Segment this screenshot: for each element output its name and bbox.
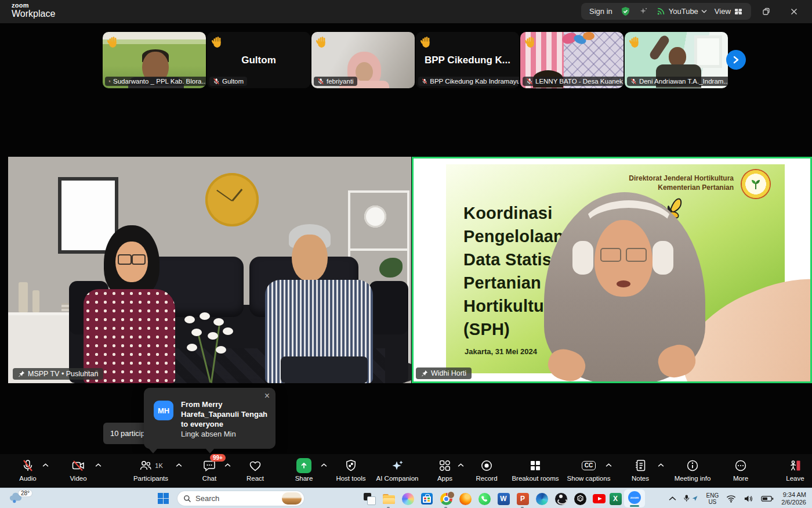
whatsapp-button[interactable] [477, 491, 492, 506]
copilot-button[interactable] [400, 491, 415, 506]
notes-button[interactable]: Notes [616, 458, 665, 482]
participant-nametag: Sudarwanto _ PPL Kab. Blora... [105, 77, 206, 86]
live-stream-item[interactable]: YouTube [656, 6, 707, 16]
show-captions-button[interactable]: CC Show captions [557, 458, 621, 482]
chrome-icon [440, 493, 452, 505]
restore-icon [762, 8, 770, 16]
chat-popup-message: Lingk absen Min [181, 430, 236, 438]
sign-in-button[interactable]: Sign in [589, 7, 612, 16]
logo-workplace-text: Workplace [12, 9, 55, 19]
chatgpt-icon [574, 493, 586, 505]
leave-button[interactable]: Leave [771, 458, 812, 482]
language-switcher[interactable]: ENG US [706, 492, 719, 505]
video-thumbnail-febriyanti[interactable]: febriyanti [311, 32, 415, 88]
zoom-workplace-logo: zoom Workplace [12, 2, 55, 19]
raised-hand-icon [629, 35, 643, 51]
audio-options-chevron[interactable] [42, 463, 49, 467]
ai-companion-sparkle-icon [390, 459, 404, 473]
file-explorer-icon [383, 494, 395, 504]
titlebar: zoom Workplace Sign in [0, 0, 812, 23]
video-button[interactable]: Video [54, 458, 103, 482]
info-icon [686, 459, 699, 473]
participant-nametag: Deni Andriawan T.A._Indram... [627, 77, 728, 86]
youtube-button[interactable] [592, 491, 607, 506]
participants-button[interactable]: 1K Participants [126, 458, 175, 482]
share-options-chevron[interactable] [321, 463, 327, 467]
close-button[interactable] [784, 3, 804, 20]
camera-off-icon [71, 459, 85, 473]
host-tools-button[interactable]: Host tools [327, 458, 375, 482]
participants-icon [139, 459, 153, 473]
windows-taskbar: 28° Search [0, 488, 812, 508]
participants-options-chevron[interactable] [176, 463, 182, 467]
minimize-button[interactable] [728, 3, 748, 20]
more-button[interactable]: More [716, 458, 765, 482]
taskbar-search[interactable]: Search [177, 491, 304, 506]
word-button[interactable]: W [496, 491, 511, 506]
slide-org-text: Direktorat Jenderal Hortikultura Kemente… [629, 174, 734, 192]
battery-icon[interactable] [761, 495, 774, 502]
ai-sparkle-icon[interactable] [639, 6, 648, 16]
chatgpt-button[interactable] [572, 491, 588, 506]
video-options-chevron[interactable] [95, 463, 102, 467]
mic-in-use-icon[interactable] [684, 494, 699, 503]
main-video-mspp-tv[interactable]: MSPP TV • Pusluhtan [8, 157, 411, 383]
window-controls [728, 0, 812, 23]
system-tray: ENG US [669, 488, 812, 508]
microsoft-store-button[interactable] [419, 491, 434, 506]
obs-button[interactable] [553, 491, 568, 506]
wall-clock [205, 173, 259, 226]
chat-button[interactable]: 99+ Chat [185, 458, 234, 482]
video-thumbnail-sudarwanto[interactable]: Sudarwanto _ PPL Kab. Blora... [103, 32, 206, 88]
video-thumbnail-gultom[interactable]: Gultom Gultom [207, 32, 310, 88]
chrome-button[interactable] [438, 491, 454, 506]
windows-start-button[interactable] [158, 493, 169, 504]
tray-overflow-chevron[interactable] [669, 496, 676, 501]
edge-button[interactable] [534, 491, 549, 506]
restore-button[interactable] [756, 3, 776, 20]
raised-hand-icon [524, 35, 538, 51]
zoom-app-button-active[interactable]: zoom [624, 489, 645, 507]
apps-options-chevron[interactable] [458, 463, 464, 467]
audio-button[interactable]: Audio [3, 458, 52, 482]
weather-widget[interactable]: 28° [8, 490, 32, 504]
video-thumbnail-lenny-bato[interactable]: LENNY BATO - Desa Kuanek [520, 32, 624, 88]
captions-options-chevron[interactable] [606, 463, 612, 467]
search-icon [183, 495, 191, 503]
cc-icon: CC [582, 461, 596, 470]
react-button[interactable]: React [231, 458, 280, 482]
live-broadcast-icon [656, 6, 666, 16]
wifi-icon[interactable] [726, 495, 736, 503]
heart-icon [248, 459, 262, 473]
taskbar-clock[interactable]: 9:34 AM 2/6/2026 [781, 491, 806, 506]
chat-options-chevron[interactable] [224, 463, 231, 467]
ai-companion-button[interactable]: AI Companion [371, 458, 423, 482]
share-button[interactable]: Share [280, 458, 328, 482]
video-thumbnail-deni-andriawan[interactable]: Deni Andriawan T.A._Indram... [625, 32, 728, 88]
chat-unread-badge: 99+ [210, 454, 226, 462]
breakout-rooms-icon [528, 459, 542, 473]
security-shield-icon[interactable] [620, 6, 631, 17]
firefox-button[interactable] [458, 491, 473, 506]
close-icon[interactable]: × [264, 391, 270, 401]
video-thumbnail-bpp-cikedung[interactable]: BPP Cikedung K... BPP Cikedung Kab Indra… [416, 32, 519, 88]
next-participants-page-button[interactable] [726, 50, 746, 70]
task-view-button[interactable] [362, 491, 377, 506]
titlebar-controls-pill: Sign in YouTube [581, 3, 751, 20]
raised-hand-icon [107, 35, 121, 51]
meeting-info-button[interactable]: Meeting info [665, 458, 720, 482]
chat-notification-popup[interactable]: MH From Merry Harefa_Tapanuli Tengah to … [144, 388, 276, 449]
mic-muted-icon [526, 78, 533, 85]
excel-button[interactable]: X [608, 491, 623, 506]
whatsapp-icon [478, 493, 491, 505]
notes-options-chevron[interactable] [658, 463, 664, 467]
volume-icon[interactable] [744, 495, 753, 503]
raised-hand-icon [316, 35, 329, 51]
main-video-widhi-horti-active-speaker[interactable]: Koordinasi Pengelolaan Data Statistik Pe… [412, 157, 812, 383]
slide-date: Jakarta, 31 Mei 2024 [465, 347, 537, 356]
file-explorer-button[interactable] [381, 491, 396, 506]
participant-name: Gultom [222, 78, 244, 85]
logo-zoom-text: zoom [12, 2, 55, 9]
powerpoint-button[interactable]: P [515, 491, 530, 506]
zoom-meeting-screen: zoom Workplace Sign in [0, 0, 812, 508]
